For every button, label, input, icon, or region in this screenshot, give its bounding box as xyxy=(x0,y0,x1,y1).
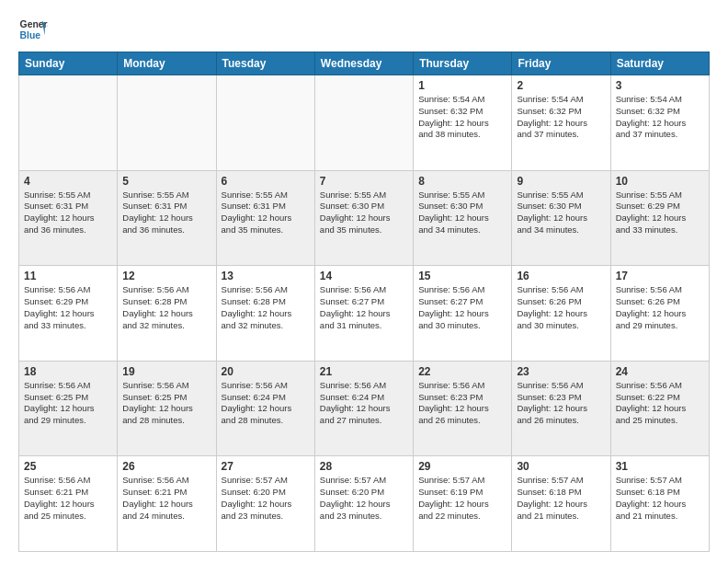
day-info: Sunrise: 5:56 AM Sunset: 6:27 PM Dayligh… xyxy=(320,284,408,331)
day-number: 9 xyxy=(517,175,605,188)
day-info: Sunrise: 5:57 AM Sunset: 6:19 PM Dayligh… xyxy=(418,475,506,522)
calendar-cell: 25Sunrise: 5:56 AM Sunset: 6:21 PM Dayli… xyxy=(19,456,118,552)
day-info: Sunrise: 5:55 AM Sunset: 6:30 PM Dayligh… xyxy=(320,190,408,236)
weekday-header-tuesday: Tuesday xyxy=(216,52,314,75)
calendar-cell: 26Sunrise: 5:56 AM Sunset: 6:21 PM Dayli… xyxy=(118,456,216,552)
day-info: Sunrise: 5:56 AM Sunset: 6:24 PM Dayligh… xyxy=(222,380,310,427)
day-number: 6 xyxy=(222,175,310,188)
day-number: 26 xyxy=(122,460,210,473)
calendar-cell: 2Sunrise: 5:54 AM Sunset: 6:32 PM Daylig… xyxy=(512,75,610,171)
calendar-cell: 10Sunrise: 5:55 AM Sunset: 6:29 PM Dayli… xyxy=(610,170,709,266)
day-number: 14 xyxy=(320,270,408,282)
day-number: 11 xyxy=(24,270,112,282)
day-number: 18 xyxy=(24,365,112,378)
calendar-cell: 24Sunrise: 5:56 AM Sunset: 6:22 PM Dayli… xyxy=(610,361,709,456)
day-info: Sunrise: 5:56 AM Sunset: 6:21 PM Dayligh… xyxy=(24,475,112,522)
day-number: 13 xyxy=(222,270,310,282)
day-info: Sunrise: 5:56 AM Sunset: 6:29 PM Dayligh… xyxy=(24,284,112,331)
day-info: Sunrise: 5:56 AM Sunset: 6:25 PM Dayligh… xyxy=(122,380,210,427)
calendar-cell: 20Sunrise: 5:56 AM Sunset: 6:24 PM Dayli… xyxy=(216,361,314,456)
day-info: Sunrise: 5:57 AM Sunset: 6:18 PM Dayligh… xyxy=(616,475,704,522)
day-number: 29 xyxy=(418,460,506,473)
weekday-header-wednesday: Wednesday xyxy=(314,52,413,75)
calendar-cell: 14Sunrise: 5:56 AM Sunset: 6:27 PM Dayli… xyxy=(314,266,413,362)
day-info: Sunrise: 5:56 AM Sunset: 6:26 PM Dayligh… xyxy=(616,284,704,331)
weekday-header-saturday: Saturday xyxy=(610,52,709,75)
day-number: 23 xyxy=(517,365,605,378)
day-number: 3 xyxy=(616,79,704,92)
calendar-cell: 22Sunrise: 5:56 AM Sunset: 6:23 PM Dayli… xyxy=(414,361,512,456)
day-number: 28 xyxy=(320,460,408,473)
day-info: Sunrise: 5:56 AM Sunset: 6:24 PM Dayligh… xyxy=(320,380,408,427)
calendar-cell: 11Sunrise: 5:56 AM Sunset: 6:29 PM Dayli… xyxy=(19,266,118,362)
day-info: Sunrise: 5:54 AM Sunset: 6:32 PM Dayligh… xyxy=(616,94,704,141)
day-info: Sunrise: 5:56 AM Sunset: 6:26 PM Dayligh… xyxy=(517,284,605,331)
day-info: Sunrise: 5:57 AM Sunset: 6:18 PM Dayligh… xyxy=(517,475,605,522)
calendar-cell: 30Sunrise: 5:57 AM Sunset: 6:18 PM Dayli… xyxy=(512,456,610,552)
day-number: 4 xyxy=(24,175,112,188)
weekday-header-thursday: Thursday xyxy=(414,52,512,75)
calendar-cell xyxy=(216,75,314,171)
calendar-cell: 23Sunrise: 5:56 AM Sunset: 6:23 PM Dayli… xyxy=(512,361,610,456)
day-info: Sunrise: 5:56 AM Sunset: 6:21 PM Dayligh… xyxy=(122,475,210,522)
calendar-cell: 8Sunrise: 5:55 AM Sunset: 6:30 PM Daylig… xyxy=(414,170,512,266)
day-info: Sunrise: 5:56 AM Sunset: 6:28 PM Dayligh… xyxy=(122,284,210,331)
calendar-cell: 13Sunrise: 5:56 AM Sunset: 6:28 PM Dayli… xyxy=(216,266,314,362)
calendar-cell: 9Sunrise: 5:55 AM Sunset: 6:30 PM Daylig… xyxy=(512,170,610,266)
day-number: 8 xyxy=(418,175,506,188)
day-number: 10 xyxy=(616,175,704,188)
calendar-week-4: 18Sunrise: 5:56 AM Sunset: 6:25 PM Dayli… xyxy=(19,361,710,456)
day-info: Sunrise: 5:56 AM Sunset: 6:23 PM Dayligh… xyxy=(418,380,506,427)
day-number: 27 xyxy=(222,460,310,473)
calendar-week-3: 11Sunrise: 5:56 AM Sunset: 6:29 PM Dayli… xyxy=(19,266,710,362)
weekday-header-monday: Monday xyxy=(118,52,216,75)
day-number: 12 xyxy=(122,270,210,282)
svg-text:Blue: Blue xyxy=(20,30,41,40)
calendar-table: SundayMondayTuesdayWednesdayThursdayFrid… xyxy=(18,52,710,552)
weekday-header-friday: Friday xyxy=(512,52,610,75)
page-header: General Blue xyxy=(18,15,710,44)
calendar-cell: 12Sunrise: 5:56 AM Sunset: 6:28 PM Dayli… xyxy=(118,266,216,362)
calendar-cell: 16Sunrise: 5:56 AM Sunset: 6:26 PM Dayli… xyxy=(512,266,610,362)
day-info: Sunrise: 5:55 AM Sunset: 6:31 PM Dayligh… xyxy=(222,190,310,236)
day-info: Sunrise: 5:57 AM Sunset: 6:20 PM Dayligh… xyxy=(320,475,408,522)
calendar-cell: 6Sunrise: 5:55 AM Sunset: 6:31 PM Daylig… xyxy=(216,170,314,266)
calendar-cell: 17Sunrise: 5:56 AM Sunset: 6:26 PM Dayli… xyxy=(610,266,709,362)
calendar-cell: 5Sunrise: 5:55 AM Sunset: 6:31 PM Daylig… xyxy=(118,170,216,266)
calendar-cell: 31Sunrise: 5:57 AM Sunset: 6:18 PM Dayli… xyxy=(610,456,709,552)
day-number: 30 xyxy=(517,460,605,473)
calendar-week-1: 1Sunrise: 5:54 AM Sunset: 6:32 PM Daylig… xyxy=(19,75,710,171)
logo-icon: General Blue xyxy=(18,15,48,44)
day-info: Sunrise: 5:56 AM Sunset: 6:28 PM Dayligh… xyxy=(222,284,310,331)
logo: General Blue xyxy=(18,15,48,44)
day-number: 21 xyxy=(320,365,408,378)
day-number: 20 xyxy=(222,365,310,378)
day-info: Sunrise: 5:56 AM Sunset: 6:25 PM Dayligh… xyxy=(24,380,112,427)
calendar-cell xyxy=(19,75,118,171)
calendar-cell: 4Sunrise: 5:55 AM Sunset: 6:31 PM Daylig… xyxy=(19,170,118,266)
day-number: 24 xyxy=(616,365,704,378)
day-number: 22 xyxy=(418,365,506,378)
calendar-cell: 15Sunrise: 5:56 AM Sunset: 6:27 PM Dayli… xyxy=(414,266,512,362)
calendar-cell: 18Sunrise: 5:56 AM Sunset: 6:25 PM Dayli… xyxy=(19,361,118,456)
day-info: Sunrise: 5:55 AM Sunset: 6:30 PM Dayligh… xyxy=(517,190,605,236)
calendar-week-5: 25Sunrise: 5:56 AM Sunset: 6:21 PM Dayli… xyxy=(19,456,710,552)
day-number: 1 xyxy=(418,79,506,92)
day-info: Sunrise: 5:56 AM Sunset: 6:27 PM Dayligh… xyxy=(418,284,506,331)
day-info: Sunrise: 5:55 AM Sunset: 6:30 PM Dayligh… xyxy=(418,190,506,236)
calendar-cell xyxy=(118,75,216,171)
day-number: 17 xyxy=(616,270,704,282)
day-info: Sunrise: 5:56 AM Sunset: 6:22 PM Dayligh… xyxy=(616,380,704,427)
calendar-cell: 3Sunrise: 5:54 AM Sunset: 6:32 PM Daylig… xyxy=(610,75,709,171)
calendar-week-2: 4Sunrise: 5:55 AM Sunset: 6:31 PM Daylig… xyxy=(19,170,710,266)
calendar-cell: 21Sunrise: 5:56 AM Sunset: 6:24 PM Dayli… xyxy=(314,361,413,456)
day-number: 5 xyxy=(122,175,210,188)
weekday-header-sunday: Sunday xyxy=(19,52,118,75)
calendar-header-row: SundayMondayTuesdayWednesdayThursdayFrid… xyxy=(19,52,710,75)
day-number: 7 xyxy=(320,175,408,188)
day-number: 15 xyxy=(418,270,506,282)
day-info: Sunrise: 5:55 AM Sunset: 6:31 PM Dayligh… xyxy=(122,190,210,236)
day-info: Sunrise: 5:55 AM Sunset: 6:31 PM Dayligh… xyxy=(24,190,112,236)
day-number: 31 xyxy=(616,460,704,473)
day-number: 19 xyxy=(122,365,210,378)
